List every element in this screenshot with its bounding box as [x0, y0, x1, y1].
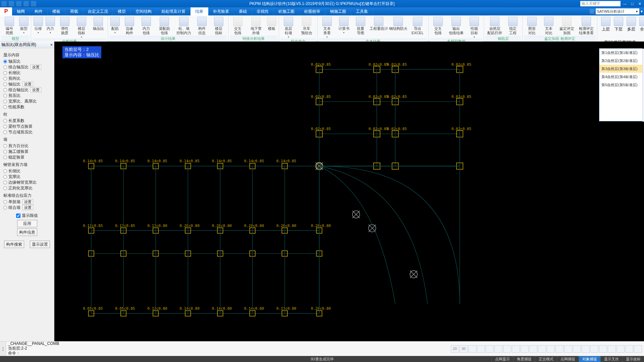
- quick-icon[interactable]: [23, 1, 29, 6]
- option-节点域剪压比[interactable]: [3, 130, 7, 134]
- status-点网捕捉[interactable]: 点网捕捉: [557, 356, 579, 362]
- info-button[interactable]: 构件信息: [17, 229, 37, 236]
- menu-荷载[interactable]: 荷载: [65, 7, 83, 15]
- ribbon-编号简图[interactable]: 编号 简图: [1, 16, 17, 35]
- tool-icon[interactable]: [521, 345, 529, 353]
- tool-icon[interactable]: [616, 345, 625, 353]
- ribbon-底层柱墙[interactable]: 底层 柱墙▾: [280, 16, 297, 39]
- tool-icon[interactable]: [503, 345, 511, 353]
- quick-icon[interactable]: [16, 1, 21, 6]
- scrollbar[interactable]: [642, 49, 644, 122]
- ribbon-配筋[interactable]: 配筋▾: [109, 16, 121, 34]
- status-对象捕捉[interactable]: 对象捕捉: [579, 356, 600, 362]
- layer-option[interactable]: 第2自然层(第2标准层): [599, 57, 642, 65]
- cmd-handle-icon[interactable]: ⋮: [0, 342, 6, 356]
- nav-上层[interactable]: 上层: [600, 17, 611, 32]
- quick-icon[interactable]: [31, 1, 36, 6]
- quick-icon[interactable]: [9, 1, 14, 6]
- command-area[interactable]: _CHANGE__PANAL_COMB 当前层:2-2 命令：: [6, 342, 449, 356]
- menu-空间结构[interactable]: 空间结构: [131, 7, 157, 15]
- ribbon-指定工程[interactable]: 指定 工程: [505, 16, 521, 35]
- ribbon-内力[interactable]: 内力▾: [45, 16, 56, 34]
- menu-结果[interactable]: 结果: [191, 7, 208, 15]
- option-稳定验算[interactable]: [3, 156, 7, 159]
- ribbon-工程量统计[interactable]: 工程量统计: [369, 16, 388, 31]
- ribbon-构件信息[interactable]: 构件 信息: [194, 16, 210, 35]
- ribbon-轴压比[interactable]: 轴压比: [90, 16, 106, 31]
- tool-icon[interactable]: [582, 345, 590, 353]
- ribbon-文本查看[interactable]: 文本 查看▾: [319, 16, 335, 39]
- option-剪跨比[interactable]: [3, 77, 7, 80]
- setting-button[interactable]: 设置: [31, 64, 41, 70]
- quick-icon[interactable]: [1, 1, 7, 6]
- option-长度系数[interactable]: [3, 119, 7, 123]
- tool-icon[interactable]: [608, 345, 616, 353]
- tool-icon[interactable]: [529, 345, 537, 353]
- tool-icon[interactable]: [634, 345, 642, 353]
- setting-button[interactable]: 设置: [22, 205, 33, 210]
- dispset-button[interactable]: 显示设置: [30, 241, 50, 248]
- close-button[interactable]: ✕: [637, 1, 643, 6]
- search-input[interactable]: 输入关键字: [580, 1, 621, 6]
- option-宽厚比[interactable]: [3, 175, 7, 179]
- menu-砼施工图[interactable]: 砼施工图: [274, 7, 300, 15]
- menu-工具集[interactable]: 工具集: [351, 7, 373, 15]
- setting-button[interactable]: 设置: [22, 81, 33, 87]
- tool-icon[interactable]: [547, 345, 555, 353]
- ribbon-交互包络[interactable]: 交互 包络: [430, 16, 446, 35]
- ribbon-位移[interactable]: 位移▾: [33, 16, 44, 34]
- tool-icon[interactable]: [590, 345, 598, 353]
- option-轴压比[interactable]: [3, 60, 7, 63]
- search-button[interactable]: 构件搜索: [4, 241, 24, 248]
- apply-button[interactable]: 应用: [17, 220, 37, 227]
- option-轴拉比[interactable]: [3, 82, 7, 86]
- minimize-button[interactable]: —: [622, 1, 628, 6]
- layer-option[interactable]: 第4自然层(第4标准层): [599, 73, 642, 81]
- drawing-canvas[interactable]: 当前层号：2 显示内容：轴压比 0.14c0.850.14c0.850.14c0…: [54, 42, 644, 341]
- status-正交模式[interactable]: 正交模式: [535, 356, 557, 362]
- tool-icon[interactable]: [538, 345, 546, 353]
- ribbon-性能目标[interactable]: 性能 目标▾: [466, 16, 482, 39]
- tool-icon[interactable]: [573, 345, 581, 353]
- app-logo[interactable]: P: [0, 7, 12, 15]
- menu-基础[interactable]: 基础: [234, 7, 252, 15]
- ribbon-振型[interactable]: 振型▾: [18, 16, 30, 34]
- ribbon-自然层配筋归并[interactable]: 自然层 配筋归并: [485, 16, 504, 35]
- option-剪压比[interactable]: [3, 94, 7, 98]
- option-长细比[interactable]: [3, 71, 7, 75]
- ribbon-梁配筋包络[interactable]: 梁配筋 包络: [155, 16, 174, 35]
- analysis-select[interactable]: SATWE分析设计▾: [596, 8, 639, 14]
- help-icon[interactable]: [590, 9, 594, 14]
- view-mode-2D[interactable]: 2D: [451, 345, 459, 353]
- option-边缘钢管宽厚比[interactable]: [3, 181, 7, 184]
- layer-option[interactable]: 第3自然层(第3标准层): [599, 65, 642, 73]
- option-组合轴压比[interactable]: [3, 65, 7, 69]
- ribbon-导出EXCEL[interactable]: 导出EXCEL: [408, 16, 427, 35]
- ribbon-弹性挠度[interactable]: 弹性 挠度: [57, 16, 73, 35]
- option-组合墙[interactable]: [3, 206, 7, 209]
- tool-icon[interactable]: [477, 345, 485, 353]
- menu-钢施工图[interactable]: 钢施工图: [325, 7, 351, 15]
- menu-前处理及计算[interactable]: 前处理及计算: [157, 7, 191, 15]
- nav-多层[interactable]: 多层: [626, 17, 637, 32]
- menu-构件[interactable]: 构件: [30, 7, 48, 15]
- ribbon-图形对比[interactable]: 图形 对比: [524, 16, 540, 35]
- nav-下层[interactable]: 下层: [613, 17, 624, 32]
- ribbon-批量导图[interactable]: 批量 导图: [353, 16, 369, 35]
- option-施工缝验算[interactable]: [3, 150, 7, 154]
- ribbon-输出包络结果[interactable]: 输出 包络结果: [447, 16, 466, 35]
- layer-option[interactable]: 第1自然层(第1标准层): [599, 49, 642, 57]
- ribbon-检测评定结果查看[interactable]: 检测评定 结果查看: [577, 16, 596, 35]
- ribbon-内力包络[interactable]: 内力 包络: [138, 16, 154, 35]
- tool-icon[interactable]: [555, 345, 564, 353]
- ribbon-楼层指标[interactable]: 楼层 指标▾: [73, 16, 90, 39]
- status-显示坐标[interactable]: 显示坐标: [622, 356, 644, 362]
- option-性能系数[interactable]: [3, 105, 7, 109]
- tool-icon[interactable]: [564, 345, 572, 353]
- menu-轴网[interactable]: 轴网: [12, 7, 30, 15]
- show-limit-checkbox[interactable]: [16, 214, 20, 218]
- option-正则化宽厚比[interactable]: [3, 186, 7, 190]
- tool-icon[interactable]: [486, 345, 494, 353]
- option-长细比[interactable]: [3, 169, 7, 173]
- ribbon-文本对比[interactable]: 文本 对比: [541, 16, 557, 35]
